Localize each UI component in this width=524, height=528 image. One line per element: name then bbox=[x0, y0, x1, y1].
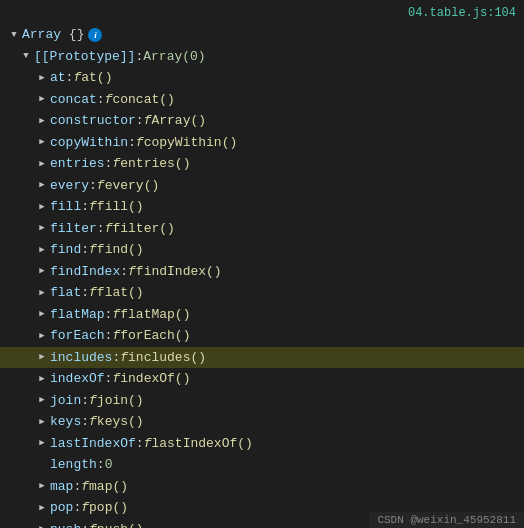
toggle-includes[interactable] bbox=[36, 351, 48, 363]
func-name-at: at() bbox=[81, 68, 112, 88]
toggle-flat[interactable] bbox=[36, 287, 48, 299]
tree-item-findIndex[interactable]: findIndex: f findIndex() bbox=[0, 261, 524, 283]
tree-item-flatMap[interactable]: flatMap: f flatMap() bbox=[0, 304, 524, 326]
key-lastIndexOf: lastIndexOf bbox=[50, 434, 136, 454]
key-flat: flat bbox=[50, 283, 81, 303]
func-f-lastIndexOf: f bbox=[144, 434, 152, 454]
toggle-keys[interactable] bbox=[36, 416, 48, 428]
file-reference: 04.table.js:104 bbox=[0, 4, 524, 24]
tree-item-join[interactable]: join: f join() bbox=[0, 390, 524, 412]
toggle-concat[interactable] bbox=[36, 93, 48, 105]
func-name-findIndex: findIndex() bbox=[136, 262, 222, 282]
key-pop: pop bbox=[50, 498, 73, 518]
tree-item-map[interactable]: map: f map() bbox=[0, 476, 524, 498]
func-f-every: f bbox=[97, 176, 105, 196]
key-forEach: forEach bbox=[50, 326, 105, 346]
toggle-join[interactable] bbox=[36, 394, 48, 406]
tree-item-flat[interactable]: flat: f flat() bbox=[0, 282, 524, 304]
tree-item-filter[interactable]: filter: f filter() bbox=[0, 218, 524, 240]
key-map: map bbox=[50, 477, 73, 497]
key-at: at bbox=[50, 68, 66, 88]
toggle-fill[interactable] bbox=[36, 201, 48, 213]
tree-item-copyWithin[interactable]: copyWithin: f copyWithin() bbox=[0, 132, 524, 154]
toggle-findIndex[interactable] bbox=[36, 265, 48, 277]
tree-item-concat[interactable]: concat: f concat() bbox=[0, 89, 524, 111]
tree-item-indexOf[interactable]: indexOf: f indexOf() bbox=[0, 368, 524, 390]
prototype-toggle[interactable] bbox=[20, 50, 32, 62]
func-f-map: f bbox=[81, 477, 89, 497]
key-entries: entries bbox=[50, 154, 105, 174]
toggle-pop[interactable] bbox=[36, 502, 48, 514]
key-join: join bbox=[50, 391, 81, 411]
key-filter: filter bbox=[50, 219, 97, 239]
toggle-map[interactable] bbox=[36, 480, 48, 492]
key-copyWithin: copyWithin bbox=[50, 133, 128, 153]
tree-item-keys[interactable]: keys: f keys() bbox=[0, 411, 524, 433]
key-push: push bbox=[50, 520, 81, 529]
func-name-flat: flat() bbox=[97, 283, 144, 303]
toggle-find[interactable] bbox=[36, 244, 48, 256]
func-name-every: every() bbox=[105, 176, 160, 196]
tree-item-lastIndexOf[interactable]: lastIndexOf: f lastIndexOf() bbox=[0, 433, 524, 455]
tree-item-forEach[interactable]: forEach: f forEach() bbox=[0, 325, 524, 347]
func-f-findIndex: f bbox=[128, 262, 136, 282]
toggle-push[interactable] bbox=[36, 523, 48, 528]
tree-item-find[interactable]: find: f find() bbox=[0, 239, 524, 261]
toggle-flatMap[interactable] bbox=[36, 308, 48, 320]
func-f-at: f bbox=[73, 68, 81, 88]
toggle-entries[interactable] bbox=[36, 158, 48, 170]
tree-item-length[interactable]: length: 0 bbox=[0, 454, 524, 476]
key-length: length bbox=[50, 455, 97, 475]
func-f-keys: f bbox=[89, 412, 97, 432]
tree-item-constructor[interactable]: constructor: f Array() bbox=[0, 110, 524, 132]
toggle-at[interactable] bbox=[36, 72, 48, 84]
tree-item-includes[interactable]: includes: f includes() bbox=[0, 347, 524, 369]
toggle-copyWithin[interactable] bbox=[36, 136, 48, 148]
func-name-fill: fill() bbox=[97, 197, 144, 217]
toggle-lastIndexOf[interactable] bbox=[36, 437, 48, 449]
func-name-push: push() bbox=[97, 520, 144, 529]
func-f-fill: f bbox=[89, 197, 97, 217]
func-name-copyWithin: copyWithin() bbox=[144, 133, 238, 153]
func-name-includes: includes() bbox=[128, 348, 206, 368]
toggle-forEach[interactable] bbox=[36, 330, 48, 342]
func-f-find: f bbox=[89, 240, 97, 260]
tree-item-entries[interactable]: entries: f entries() bbox=[0, 153, 524, 175]
tree-item-at[interactable]: at: f at() bbox=[0, 67, 524, 89]
func-f-copyWithin: f bbox=[136, 133, 144, 153]
key-includes: includes bbox=[50, 348, 112, 368]
func-f-forEach: f bbox=[112, 326, 120, 346]
file-ref-text: 04.table.js:104 bbox=[408, 6, 516, 20]
bottom-label: CSDN @weixin_45952811 bbox=[377, 514, 516, 526]
func-f-pop: f bbox=[81, 498, 89, 518]
func-name-map: map() bbox=[89, 477, 128, 497]
func-name-constructor: Array() bbox=[151, 111, 206, 131]
key-fill: fill bbox=[50, 197, 81, 217]
bottom-bar: CSDN @weixin_45952811 bbox=[369, 512, 524, 528]
func-f-flat: f bbox=[89, 283, 97, 303]
func-name-find: find() bbox=[97, 240, 144, 260]
func-name-entries: entries() bbox=[120, 154, 190, 174]
tree-item-every[interactable]: every: f every() bbox=[0, 175, 524, 197]
func-name-indexOf: indexOf() bbox=[120, 369, 190, 389]
prototype-key: [[Prototype]] bbox=[34, 47, 135, 67]
toggle-every[interactable] bbox=[36, 179, 48, 191]
prototype-type: Array(0) bbox=[143, 47, 205, 67]
key-find: find bbox=[50, 240, 81, 260]
func-f-includes: f bbox=[120, 348, 128, 368]
func-name-keys: keys() bbox=[97, 412, 144, 432]
toggle-constructor[interactable] bbox=[36, 115, 48, 127]
func-f-filter: f bbox=[105, 219, 113, 239]
func-name-lastIndexOf: lastIndexOf() bbox=[151, 434, 252, 454]
root-array-node[interactable]: Array {} i bbox=[0, 24, 524, 46]
devtools-panel: 04.table.js:104 Array {} i [[Prototype]]… bbox=[0, 0, 524, 528]
value-length: 0 bbox=[105, 455, 113, 475]
func-f-concat: f bbox=[105, 90, 113, 110]
root-toggle[interactable] bbox=[8, 29, 20, 41]
toggle-filter[interactable] bbox=[36, 222, 48, 234]
func-f-constructor: f bbox=[144, 111, 152, 131]
prototype-node[interactable]: [[Prototype]] : Array(0) bbox=[0, 46, 524, 68]
toggle-indexOf[interactable] bbox=[36, 373, 48, 385]
tree-item-fill[interactable]: fill: f fill() bbox=[0, 196, 524, 218]
info-icon[interactable]: i bbox=[88, 28, 102, 42]
